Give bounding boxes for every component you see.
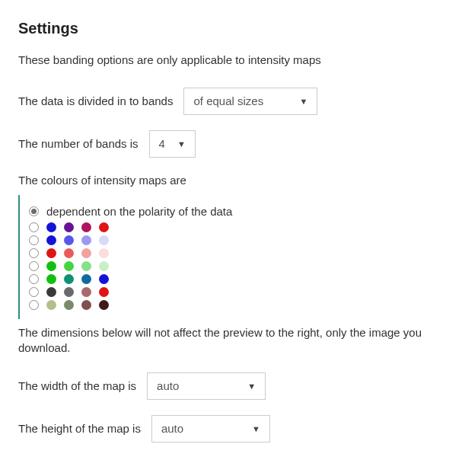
color-swatch — [81, 248, 91, 258]
band-mode-select[interactable]: of equal sizes ▼ — [183, 88, 317, 115]
palette-option[interactable] — [29, 235, 447, 245]
palette-option[interactable] — [29, 261, 447, 271]
palette-swatches — [46, 235, 109, 245]
palette-radio[interactable] — [29, 261, 39, 271]
map-width-label: The width of the map is — [18, 379, 136, 394]
chevron-down-icon: ▼ — [247, 381, 256, 392]
palette-options: dependent on the polarity of the data — [18, 195, 447, 319]
palette-radio[interactable] — [29, 287, 39, 297]
palette-swatches — [46, 222, 109, 232]
band-count-value: 4 — [159, 136, 165, 152]
color-swatch — [64, 300, 74, 310]
palette-swatches — [46, 287, 109, 297]
color-swatch — [99, 300, 109, 310]
palette-option[interactable] — [29, 248, 447, 258]
palette-option[interactable]: dependent on the polarity of the data — [29, 204, 447, 219]
palette-radio[interactable] — [29, 248, 39, 258]
color-swatch — [64, 287, 74, 297]
palette-radio[interactable] — [29, 222, 39, 232]
palette-option[interactable] — [29, 300, 447, 310]
color-swatch — [46, 235, 56, 245]
color-swatch — [46, 222, 56, 232]
color-swatch — [46, 287, 56, 297]
map-width-select[interactable]: auto ▼ — [147, 372, 266, 400]
palette-option[interactable] — [29, 222, 447, 232]
palette-header: The colours of intensity maps are — [18, 173, 447, 188]
chevron-down-icon: ▼ — [300, 96, 308, 107]
palette-radio[interactable] — [29, 300, 39, 310]
color-swatch — [99, 287, 109, 297]
color-swatch — [64, 248, 74, 258]
map-height-label: The height of the map is — [18, 421, 141, 436]
band-count-label: The number of bands is — [18, 136, 139, 152]
palette-radio[interactable] — [29, 206, 39, 216]
palette-label: dependent on the polarity of the data — [46, 204, 232, 219]
dimensions-note: The dimensions below will not affect the… — [18, 325, 447, 356]
color-swatch — [81, 287, 91, 297]
palette-swatches — [46, 261, 109, 271]
color-swatch — [46, 274, 56, 284]
palette-swatches — [46, 248, 109, 258]
color-swatch — [81, 222, 91, 232]
map-height-select[interactable]: auto ▼ — [151, 415, 270, 442]
color-swatch — [99, 274, 109, 284]
palette-option[interactable] — [29, 274, 447, 284]
color-swatch — [81, 261, 91, 271]
chevron-down-icon: ▼ — [177, 139, 186, 150]
color-swatch — [64, 261, 74, 271]
band-mode-value: of equal sizes — [193, 94, 263, 109]
band-mode-label: The data is divided in to bands — [18, 94, 173, 109]
color-swatch — [64, 235, 74, 245]
page-title: Settings — [18, 18, 447, 39]
palette-option[interactable] — [29, 287, 447, 297]
color-swatch — [64, 222, 74, 232]
color-swatch — [99, 222, 109, 232]
color-swatch — [99, 248, 109, 258]
band-count-select[interactable]: 4 ▼ — [149, 130, 196, 158]
color-swatch — [99, 261, 109, 271]
map-width-value: auto — [157, 379, 179, 394]
color-swatch — [81, 300, 91, 310]
color-swatch — [99, 235, 109, 245]
color-swatch — [81, 235, 91, 245]
color-swatch — [46, 261, 56, 271]
map-height-value: auto — [161, 421, 183, 436]
palette-radio[interactable] — [29, 274, 39, 284]
chevron-down-icon: ▼ — [252, 423, 260, 435]
color-swatch — [81, 274, 91, 284]
color-swatch — [64, 274, 74, 284]
color-swatch — [46, 300, 56, 310]
intro-text: These banding options are only applicabl… — [18, 53, 447, 68]
palette-swatches — [46, 300, 109, 310]
palette-swatches — [46, 274, 109, 284]
palette-radio[interactable] — [29, 235, 39, 245]
color-swatch — [46, 248, 56, 258]
